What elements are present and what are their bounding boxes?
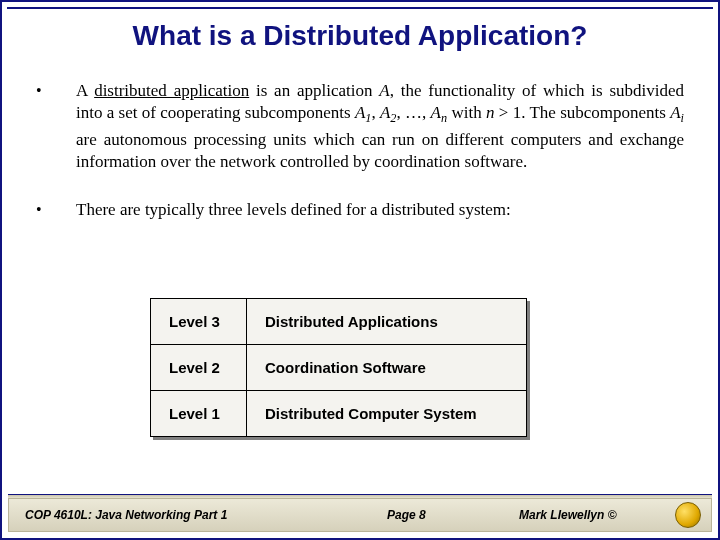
t: is an application	[249, 81, 379, 100]
t: A	[76, 81, 94, 100]
cell-desc: Distributed Computer System	[247, 391, 527, 437]
cell-desc: Distributed Applications	[247, 299, 527, 345]
levels-table: Level 3 Distributed Applications Level 2…	[150, 298, 527, 437]
cell-level: Level 2	[151, 345, 247, 391]
slide-body: • A distributed application is an applic…	[36, 80, 684, 247]
t: ,	[371, 103, 380, 122]
footer-course: COP 4610L: Java Networking Part 1	[25, 508, 227, 522]
slide: What is a Distributed Application? • A d…	[0, 0, 720, 540]
footer-author: Mark Llewellyn ©	[519, 508, 617, 522]
var-A2: A	[380, 103, 390, 122]
t: , …,	[396, 103, 430, 122]
var-A1: A	[355, 103, 365, 122]
bullet-1-text: A distributed application is an applicat…	[76, 80, 684, 173]
underline-term: distributed application	[94, 81, 249, 100]
var-An: A	[431, 103, 441, 122]
bullet-2-text: There are typically three levels defined…	[76, 199, 684, 221]
cell-desc: Coordination Software	[247, 345, 527, 391]
bullet-2: • There are typically three levels defin…	[36, 199, 684, 221]
bullet-marker: •	[36, 199, 50, 221]
sub-i: i	[681, 111, 684, 125]
t: with	[447, 103, 486, 122]
cell-level: Level 1	[151, 391, 247, 437]
top-rule	[7, 7, 713, 9]
var-A: A	[379, 81, 389, 100]
bullet-marker: •	[36, 80, 50, 173]
slide-title: What is a Distributed Application?	[2, 20, 718, 52]
var-Ai: A	[670, 103, 680, 122]
table-row: Level 1 Distributed Computer System	[151, 391, 527, 437]
t: > 1. The subcomponents	[494, 103, 670, 122]
t: are autonomous processing units which ca…	[76, 130, 684, 171]
table-row: Level 3 Distributed Applications	[151, 299, 527, 345]
ucf-logo-icon	[675, 502, 701, 528]
footer-bar: COP 4610L: Java Networking Part 1 Page 8…	[8, 498, 712, 532]
footer-page: Page 8	[387, 508, 426, 522]
bullet-1: • A distributed application is an applic…	[36, 80, 684, 173]
table-row: Level 2 Coordination Software	[151, 345, 527, 391]
cell-level: Level 3	[151, 299, 247, 345]
